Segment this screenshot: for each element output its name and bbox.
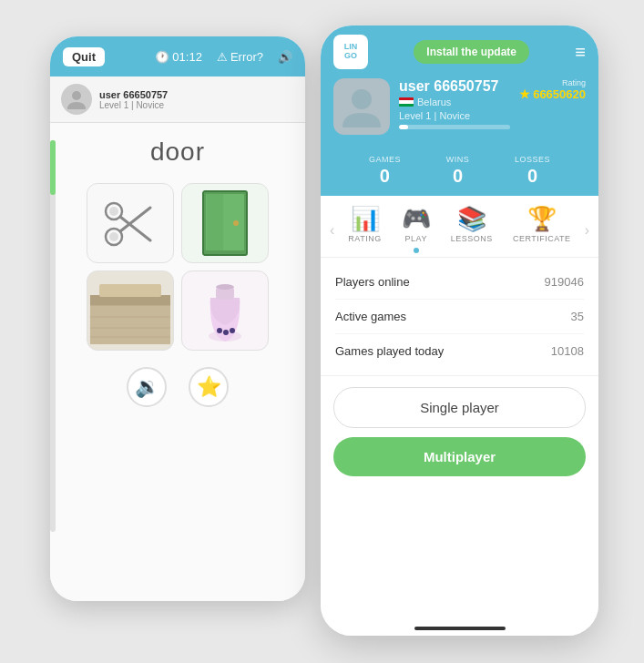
progress-bar-fill (399, 125, 408, 129)
quit-button[interactable]: Quit (63, 47, 105, 66)
image-cell-yogurt[interactable] (181, 270, 269, 351)
players-online-value: 919046 (545, 275, 584, 289)
svg-point-6 (109, 207, 118, 216)
stat-losses: LOSSES 0 (515, 155, 550, 187)
level-small: Level 1 | Novice (99, 100, 168, 110)
nav-play[interactable]: 🎮 PLAY (402, 207, 431, 253)
clock-icon: 🕐 01:12 (155, 50, 202, 64)
profile-country: Belarus (399, 97, 510, 107)
image-cell-floor[interactable] (87, 270, 174, 351)
play-dot (414, 248, 419, 253)
home-indicator (321, 619, 598, 636)
rating-nav-label: RATING (348, 234, 381, 243)
avatar-small (61, 84, 92, 115)
image-cell-scissors[interactable] (87, 183, 174, 263)
svg-point-22 (223, 330, 229, 335)
multiplayer-button[interactable]: Multiplayer (333, 437, 586, 476)
image-grid (87, 183, 269, 351)
audio-button[interactable]: 🔉 (127, 367, 167, 407)
svg-point-23 (230, 328, 235, 333)
left-progress-bar (50, 140, 56, 532)
content: ‹ 📊 RATING 🎮 PLAY 📚 LESSONS (321, 196, 598, 619)
nav-left-arrow[interactable]: ‹ (326, 222, 338, 239)
stats-row: GAMES 0 WINS 0 LOSSES 0 (333, 146, 586, 196)
profile-section: user 66650757 Belarus Level 1 | Novice R… (333, 78, 586, 146)
install-button[interactable]: Install the update (414, 40, 529, 64)
scene: Quit 🕐 01:12 ⚠ Error? 🔊 user 66650757 Le… (0, 0, 644, 663)
stats-list: Players online 919046 Active games 35 Ga… (321, 258, 598, 376)
svg-point-0 (72, 91, 81, 100)
svg-point-5 (109, 232, 118, 241)
certificate-icon: 🏆 (527, 207, 557, 230)
stats-list-row-active: Active games 35 (335, 300, 584, 334)
menu-icon[interactable]: ≡ (575, 42, 586, 63)
game-area: door (50, 123, 305, 601)
svg-point-10 (233, 220, 239, 226)
user-info-small: user 66650757 Level 1 | Novice (99, 89, 168, 110)
svg-point-20 (216, 284, 234, 290)
stat-wins: WINS 0 (446, 155, 470, 187)
games-played-label: Games played today (335, 344, 444, 358)
username-small: user 66650757 (99, 89, 168, 100)
games-label: GAMES (369, 155, 401, 164)
top-bar-info: 🕐 01:12 ⚠ Error? 🔊 (155, 50, 292, 64)
nav-right-arrow[interactable]: › (581, 222, 593, 239)
header: LIN GO Install the update ≡ user 6665075… (321, 26, 598, 196)
active-games-value: 35 (571, 310, 584, 323)
rating-icon: 📊 (351, 207, 380, 230)
certificate-nav-label: CERTIFICATE (513, 234, 571, 243)
lingo-logo: LIN GO (333, 35, 368, 69)
losses-label: LOSSES (515, 155, 550, 164)
lessons-nav-label: LESSONS (451, 234, 493, 243)
svg-point-24 (352, 89, 372, 109)
flag-icon (399, 97, 414, 107)
nav-lessons[interactable]: 📚 LESSONS (451, 207, 493, 253)
top-bar: Quit 🕐 01:12 ⚠ Error? 🔊 (50, 36, 305, 76)
action-buttons: Single player Multiplayer (321, 376, 598, 484)
image-cell-door[interactable] (181, 183, 269, 263)
user-bar: user 66650757 Level 1 | Novice (50, 76, 305, 123)
word-label: door (150, 138, 205, 167)
play-nav-label: PLAY (405, 234, 427, 243)
home-bar (414, 627, 506, 630)
rating-value: ★ 66650620 (519, 87, 586, 101)
single-player-button[interactable]: Single player (333, 387, 586, 428)
header-top-row: LIN GO Install the update ≡ (333, 35, 586, 69)
progress-bar (399, 125, 510, 129)
nav-icons: 📊 RATING 🎮 PLAY 📚 LESSONS 🏆 CERTI (338, 207, 580, 253)
bottom-controls: 🔉 ⭐ (127, 367, 229, 407)
wins-value: 0 (446, 166, 470, 187)
players-online-label: Players online (335, 275, 410, 289)
star-button[interactable]: ⭐ (189, 367, 229, 407)
stats-list-row-played: Games played today 10108 (335, 334, 584, 368)
stats-list-row-players: Players online 919046 (335, 265, 584, 300)
profile-details: user 66650757 Belarus Level 1 | Novice (399, 78, 510, 129)
phone-right: LIN GO Install the update ≡ user 6665075… (321, 26, 598, 636)
lessons-icon: 📚 (457, 207, 486, 230)
rating-label: Rating (519, 78, 586, 87)
active-games-label: Active games (335, 310, 406, 323)
play-icon: 🎮 (402, 207, 431, 230)
svg-rect-17 (99, 284, 161, 297)
games-value: 0 (369, 166, 401, 187)
games-played-value: 10108 (551, 344, 584, 358)
progress-fill (50, 140, 56, 195)
svg-point-21 (217, 328, 222, 333)
stat-games: GAMES 0 (369, 155, 401, 187)
phone-left: Quit 🕐 01:12 ⚠ Error? 🔊 user 66650757 Le… (50, 36, 305, 601)
profile-level: Level 1 | Novice (399, 110, 510, 121)
rating-badge: Rating ★ 66650620 (519, 78, 586, 101)
volume-icon: 🔊 (278, 50, 292, 64)
nav-certificate[interactable]: 🏆 CERTIFICATE (513, 207, 571, 253)
profile-username: user 66650757 (399, 78, 510, 95)
losses-value: 0 (515, 166, 550, 187)
alert-icon: ⚠ Error? (217, 50, 263, 64)
wins-label: WINS (446, 155, 470, 164)
avatar-large (333, 78, 390, 135)
nav-rating[interactable]: 📊 RATING (348, 207, 381, 253)
svg-rect-9 (207, 194, 223, 250)
nav-icons-row: ‹ 📊 RATING 🎮 PLAY 📚 LESSONS (321, 196, 598, 258)
